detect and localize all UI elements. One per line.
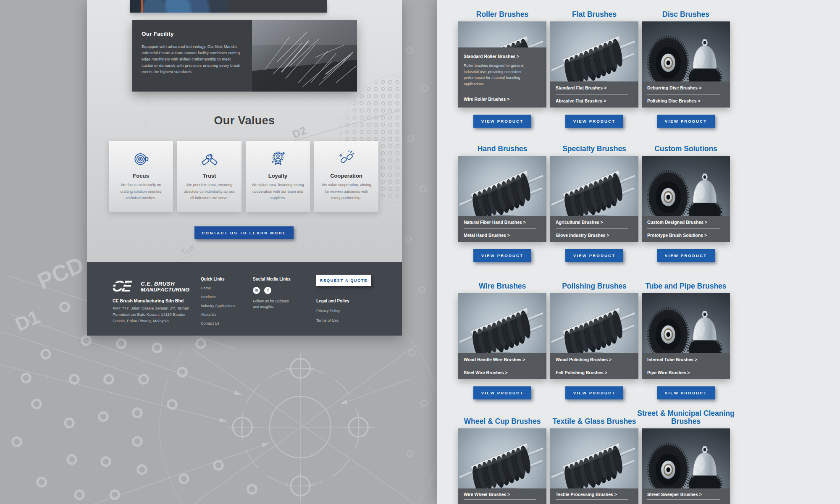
product-image-card: Standard Flat Brushes >Abrasive Flat Bru… [550,21,638,108]
footer-link-about-us[interactable]: About Us [201,312,236,317]
product-link[interactable]: Pipe Wire Brushes > [642,366,730,379]
product-link[interactable]: Prototype Brush Solutions > [642,229,730,242]
product-link[interactable]: Standard Flat Brushes > [550,81,638,94]
facility-card: Our Facility Equipped with advanced tech… [132,20,357,92]
product-image-card: Custom Designed Brushes >Prototype Brush… [642,156,730,242]
product-link[interactable]: Metal Hand Brushes > [458,229,546,242]
product-title: Roller Brushes [453,10,551,18]
request-quote-button[interactable]: REQUEST A QUOTE [316,275,371,286]
product-links-overlay: Natural Fiber Hand Brushes >Metal Hand B… [458,216,546,242]
product-link[interactable]: Wood Handle Wire Brushes > [458,353,546,366]
team-photo-strip [130,0,327,13]
product-image-card: Standard Roller Brushes >Roller brushes … [458,21,546,108]
product-image-card: Wire Wheel Brushes > [458,428,546,504]
company-name: CE Brush Manufacturing Sdn Bhd [113,298,184,303]
blueprint-label-tuft: Tuft [180,244,196,257]
logo-wordmark: C.E. BRUSH MANUFACTURING [141,281,189,293]
value-title: Cooperation [314,173,378,179]
view-product-button[interactable]: VIEW PRODUCT [657,386,715,399]
facebook-icon[interactable]: f [264,287,271,294]
site-footer: CE C.E. BRUSH MANUFACTURING CE Brush Man… [87,262,402,336]
view-product-button[interactable]: VIEW PRODUCT [657,249,715,262]
products-grid: Roller Brushes Standard Roller Brushes >… [437,0,840,504]
product-link[interactable]: Agricultural Brushes > [550,216,638,228]
product-title: Wire Brushes [453,282,551,290]
product-image-card: Wood Polishing Brushes >Felt Polishing B… [550,293,638,379]
footer-right-column: REQUEST A QUOTE Legal and Policy Privacy… [316,275,371,323]
logo-monogram: CE [110,278,132,295]
product-image-card: Textile Processing Brushes > [550,428,638,504]
product-card: Tube and Pipe Brushes Internal Tube Brus… [642,293,730,399]
view-product-button[interactable]: VIEW PRODUCT [565,115,623,128]
footer-link-industry-applications[interactable]: Industry Applications [201,304,236,308]
product-image-card: Internal Tube Brushes >Pipe Wire Brushes… [642,293,730,379]
overlay-divider [464,499,536,500]
company-address: PMT 777, Jalan Cassia Selatan 3/7, Taman… [113,305,189,324]
product-title: Wheel & Cup Brushes [453,417,551,425]
footer-link-contact-us[interactable]: Contact Us [201,321,236,326]
product-link[interactable]: Custom Designed Brushes > [642,216,730,228]
view-product-button[interactable]: VIEW PRODUCT [657,115,715,128]
footer-link-terms-of-use[interactable]: Terms of Use [316,318,371,323]
product-link[interactable]: Deburring Disc Brushes > [642,81,730,94]
product-link[interactable]: Wire Roller Brushes > [458,94,546,108]
value-description: We prioritize trust, ensuring absolute c… [177,182,242,202]
product-title: Street & Municipal Cleaning Brushes [637,410,735,425]
product-card: Flat Brushes Standard Flat Brushes >Abra… [550,21,638,128]
product-image-card: Agricultural Brushes >Glove Industry Bru… [550,156,638,242]
photo-strip-dark-panel [229,0,327,13]
product-card: Polishing Brushes Wood Polishing Brushes… [550,293,638,399]
quick-links-title: Quick Links [201,277,236,281]
blueprint-label-d1: D1 [12,306,43,336]
product-links-overlay: Custom Designed Brushes >Prototype Brush… [642,216,730,242]
product-links-overlay: Wood Polishing Brushes >Felt Polishing B… [550,353,638,379]
product-link[interactable]: Internal Tube Brushes > [642,353,730,366]
view-product-button[interactable]: VIEW PRODUCT [565,249,623,262]
view-product-button[interactable]: VIEW PRODUCT [565,386,623,399]
product-link[interactable]: Glove Industry Brushes > [550,229,638,242]
social-column: Social Media Links in f Follow us for up… [253,277,290,310]
contact-us-button[interactable]: CONTACT US TO LEARN MORE [194,226,294,239]
footer-link-privacy-policy[interactable]: Privacy Policy [316,309,371,313]
product-image-card: Street Sweeper Brushes > [642,428,730,504]
product-image-card: Wood Handle Wire Brushes >Steel Wire Bru… [458,293,546,379]
product-card: Textile & Glass Brushes Textile Processi… [550,428,638,504]
product-link[interactable]: Polishing Disc Brushes > [642,94,730,107]
product-link[interactable]: Abrasive Flat Brushes > [550,94,638,107]
product-link[interactable]: Textile Processing Brushes > [550,488,638,499]
product-title: Textile & Glass Brushes [545,417,643,425]
handshake-trust-icon [201,150,218,167]
product-image-card: Deburring Disc Brushes >Polishing Disc B… [642,21,730,108]
overlay-divider [647,499,720,500]
product-title: Tube and Pipe Brushes [637,282,735,290]
linkedin-icon[interactable]: in [253,287,260,294]
product-links-overlay: Standard Flat Brushes >Abrasive Flat Bru… [550,81,638,108]
product-card: Custom Solutions Custom Designed Brushes… [642,156,730,262]
footer-link-products[interactable]: Products [201,295,236,299]
view-product-button[interactable]: VIEW PRODUCT [473,249,531,262]
view-product-button[interactable]: VIEW PRODUCT [473,386,531,399]
product-card: Wire Brushes Wood Handle Wire Brushes >S… [458,293,546,399]
value-card: Loyalty We value trust, fostering strong… [246,141,310,212]
product-link[interactable]: Standard Roller Brushes > [458,50,546,63]
product-link[interactable]: Street Sweeper Brushes > [642,488,730,499]
product-links-overlay: Textile Processing Brushes > [550,488,638,504]
footer-link-home[interactable]: Home [201,286,236,290]
product-link[interactable]: Felt Polishing Brushes > [550,366,638,379]
value-description: We value trust, fostering strong coopera… [246,182,310,202]
product-link[interactable]: Wood Polishing Brushes > [550,353,638,366]
value-description: We focus exclusively on crafting solutio… [109,182,173,202]
product-title: Specialty Brushes [545,145,643,153]
product-links-overlay: Agricultural Brushes >Glove Industry Bru… [550,216,638,242]
view-product-button[interactable]: VIEW PRODUCT [473,115,531,128]
overlay-divider [556,499,628,500]
values-section-title: Our Values [87,114,402,127]
value-title: Trust [177,173,242,179]
product-links-overlay: Internal Tube Brushes >Pipe Wire Brushes… [642,353,730,379]
value-card: Trust We prioritize trust, ensuring abso… [177,141,242,212]
workers-photo [130,0,229,13]
product-link[interactable]: Natural Fiber Hand Brushes > [458,216,546,228]
address-line: Cassia, Pulau Pinang, Malaysia [113,318,189,324]
product-link[interactable]: Wire Wheel Brushes > [458,488,546,499]
product-link[interactable]: Steel Wire Brushes > [458,366,546,379]
